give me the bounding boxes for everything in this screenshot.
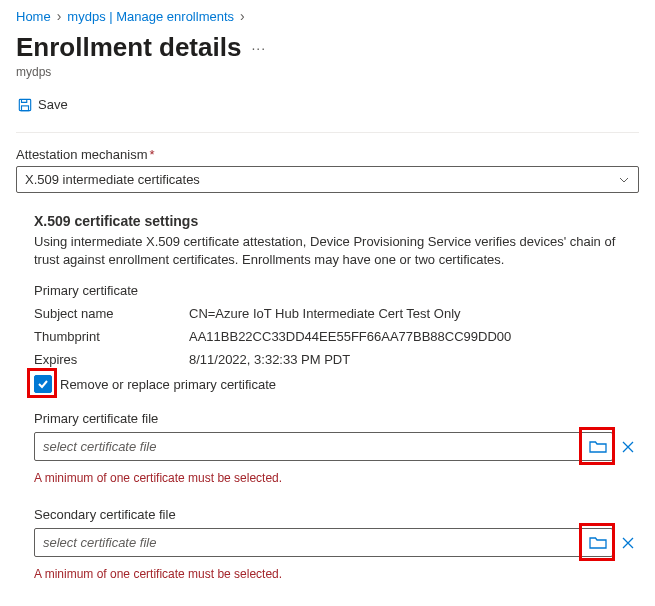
x509-heading: X.509 certificate settings [34,213,639,229]
primary-file-label: Primary certificate file [34,411,639,426]
expires-value: 8/11/2022, 3:32:33 PM PDT [189,352,350,367]
primary-file-input[interactable] [34,432,613,461]
close-icon [621,440,635,454]
secondary-file-error: A minimum of one certificate must be sel… [34,567,639,581]
divider [16,132,639,133]
thumbprint-value: AA11BB22CC33DD44EE55FF66AA77BB88CC99DD00 [189,329,511,344]
clear-primary-file-button[interactable] [617,436,639,458]
breadcrumb-parent[interactable]: mydps | Manage enrollments [67,9,234,24]
folder-icon[interactable] [589,535,607,551]
close-icon [621,536,635,550]
save-button[interactable]: Save [16,93,70,116]
secondary-file-input[interactable] [34,528,613,557]
x509-description: Using intermediate X.509 certificate att… [34,233,639,269]
more-actions-icon[interactable]: ··· [251,40,266,56]
chevron-right-icon: › [240,8,245,24]
page-title: Enrollment details [16,32,241,63]
chevron-right-icon: › [57,8,62,24]
expires-label: Expires [34,352,189,367]
required-indicator: * [150,147,155,162]
attestation-value: X.509 intermediate certificates [25,172,200,187]
chevron-down-icon [618,174,630,186]
svg-rect-1 [22,105,29,110]
save-label: Save [38,97,68,112]
primary-file-error: A minimum of one certificate must be sel… [34,471,639,485]
subject-name-value: CN=Azure IoT Hub Intermediate Cert Test … [189,306,461,321]
thumbprint-label: Thumbprint [34,329,189,344]
secondary-file-label: Secondary certificate file [34,507,639,522]
page-subtitle: mydps [16,65,639,79]
clear-secondary-file-button[interactable] [617,532,639,554]
toolbar: Save [16,93,639,116]
save-icon [18,98,32,112]
attestation-label: Attestation mechanism* [16,147,639,162]
remove-replace-checkbox[interactable] [34,375,52,393]
primary-cert-label: Primary certificate [34,283,639,298]
attestation-select[interactable]: X.509 intermediate certificates [16,166,639,193]
remove-replace-label: Remove or replace primary certificate [60,377,276,392]
check-icon [37,378,49,390]
subject-name-label: Subject name [34,306,189,321]
breadcrumb: Home › mydps | Manage enrollments › [16,8,639,24]
folder-icon[interactable] [589,439,607,455]
breadcrumb-home[interactable]: Home [16,9,51,24]
